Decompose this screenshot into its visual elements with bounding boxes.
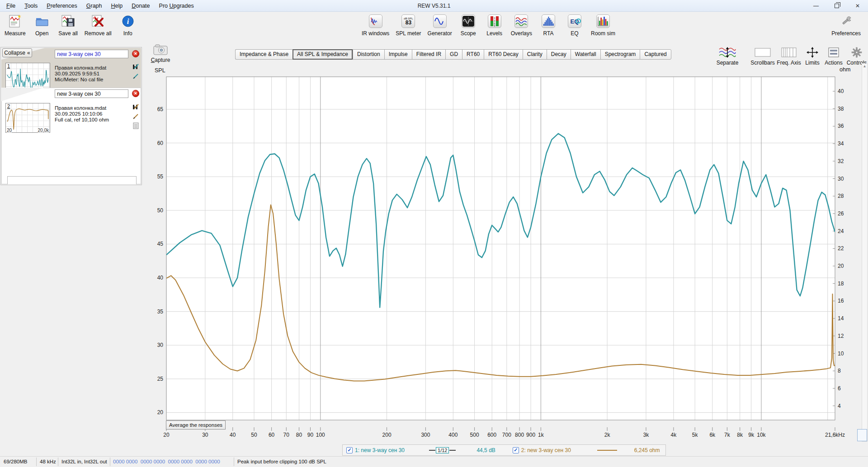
menu-preferences[interactable]: Preferences <box>42 0 81 12</box>
cursor-value-ohm: 6,245 ohm <box>634 447 660 453</box>
tab-clarity[interactable]: Clarity <box>523 49 547 60</box>
measurement-file-1: Правая колонка.mdat <box>55 65 106 71</box>
average-responses-button[interactable]: Average the responses <box>166 420 226 430</box>
notes-page-icon[interactable] <box>132 122 139 129</box>
spl-meter-button[interactable]: dB SPL83SPL meter <box>396 14 421 37</box>
restore-button[interactable] <box>826 0 847 12</box>
buffer-status: 0000 0000 0000 0000 0000 0000 0000 0000 <box>113 457 220 467</box>
menu-donate[interactable]: Donate <box>127 0 154 12</box>
measurement-notes-box[interactable] <box>7 176 137 211</box>
collapse-panel-button[interactable]: Collapse « <box>2 48 32 57</box>
controls-icon <box>851 47 862 58</box>
actions-icon <box>828 47 839 58</box>
measurements-panel: ✕ 1 20 20,0k Правая колонка.mdat 30.09.2… <box>0 47 143 443</box>
measure-button[interactable]: ✶Measure <box>5 14 26 37</box>
separate-icon <box>718 47 736 58</box>
measure-icon: ✶ <box>8 14 22 28</box>
edit-notes-icon[interactable] <box>132 113 139 120</box>
separate-button[interactable]: Separate <box>710 47 745 66</box>
ir-windows-button[interactable]: IR windows <box>362 14 389 37</box>
legend-checkbox-2[interactable]: ✓ <box>513 447 519 453</box>
measurement-cal-2: Full cal, ref 10,100 ohm <box>55 117 109 123</box>
tab-all-spl-impedance[interactable]: All SPL & Impedance <box>292 49 353 60</box>
tab-impedance-phase[interactable]: Impedance & Phase <box>235 49 292 60</box>
minimize-button[interactable]: ― <box>806 0 826 12</box>
svg-text:10: 10 <box>838 350 844 357</box>
menu-tools[interactable]: Tools <box>20 0 42 12</box>
open-icon <box>35 14 49 28</box>
memory-usage: 69/280MB <box>4 457 27 467</box>
spl-impedance-chart[interactable]: 6560555045403530252040383634323028262422… <box>143 41 868 443</box>
legend-checkbox-1[interactable]: ✓ <box>346 447 353 453</box>
save-all-button[interactable]: Save all <box>58 14 78 37</box>
eq-button[interactable]: EQEQ <box>565 14 585 37</box>
tab-rt60[interactable]: RT60 <box>462 49 484 60</box>
delete-measurement-button-1[interactable]: ✕ <box>132 50 139 57</box>
svg-text:24: 24 <box>838 228 844 234</box>
tab-captured[interactable]: Captured <box>640 49 671 60</box>
tab-gd[interactable]: GD <box>445 49 462 60</box>
levels-button[interactable]: 0369Levels <box>485 14 505 37</box>
menu-graph[interactable]: Graph <box>82 0 107 12</box>
camera-icon <box>152 43 169 56</box>
measurement-cal-1: Mic/Meter: No cal file <box>55 77 106 83</box>
close-button[interactable]: ✕ <box>847 0 868 12</box>
measurement-name-input-2[interactable] <box>55 89 128 98</box>
svg-text:30: 30 <box>838 176 844 182</box>
preferences-button[interactable]: Preferences <box>831 14 861 37</box>
menu-help[interactable]: Help <box>107 0 127 12</box>
trace-line-sample <box>597 450 617 451</box>
title-bar: FileToolsPreferencesGraphHelpDonatePro U… <box>0 0 868 12</box>
tab-filtered-ir[interactable]: Filtered IR <box>412 49 445 60</box>
svg-text:700: 700 <box>502 432 511 438</box>
room-sim-button[interactable]: Room sim <box>591 14 615 37</box>
measurement-number-2[interactable]: 2 <box>7 103 10 109</box>
svg-text:30: 30 <box>157 342 164 348</box>
measurement-number-1[interactable]: 1 <box>7 63 10 69</box>
remove-all-icon <box>91 14 105 28</box>
menu-pro-upgrades[interactable]: Pro Upgrades <box>155 0 198 12</box>
generator-button[interactable]: Generator <box>428 14 452 37</box>
smoothing-value[interactable]: 1/12 <box>436 447 449 453</box>
svg-text:32: 32 <box>838 158 844 164</box>
measurement-thumbnail-2[interactable]: 2 20 20,0k <box>5 103 50 133</box>
svg-text:22: 22 <box>838 245 844 252</box>
measurement-name-input-1[interactable] <box>55 50 128 58</box>
info-button[interactable]: iInfo <box>118 14 138 37</box>
svg-text:38: 38 <box>838 106 844 112</box>
svg-text:20: 20 <box>157 409 164 416</box>
measurement-card-2[interactable]: ✕ 2 20 20,0k Правая колонка.mdat 30.09.2… <box>1 88 141 184</box>
svg-text:SPL: SPL <box>155 67 165 74</box>
svg-text:50: 50 <box>157 207 164 214</box>
tab-rt60-decay[interactable]: RT60 Decay <box>484 49 522 60</box>
smoothing-control[interactable]: 1/12 <box>429 447 456 453</box>
status-bar: 69/280MB 48 kHz Int32L in, Int32L out 00… <box>0 456 868 467</box>
trace-options-icon[interactable] <box>132 63 139 70</box>
overlays-button[interactable]: Overlays <box>511 14 532 37</box>
rta-button[interactable]: RTA <box>538 14 558 37</box>
capture-button[interactable]: Capture <box>146 43 175 63</box>
io-format: Int32L in, Int32L out <box>61 457 107 467</box>
tab-waterfall[interactable]: Waterfall <box>571 49 600 60</box>
eq-icon: EQ <box>571 18 579 25</box>
scrollbar-corner-control[interactable] <box>857 429 867 441</box>
scrollbars-icon <box>755 47 771 58</box>
menu-file[interactable]: File <box>2 0 20 12</box>
graph-panel: 6560555045403530252040383634323028262422… <box>143 41 868 443</box>
scroll-up-icon[interactable]: ▲ <box>862 64 867 68</box>
vertical-scrollbar[interactable]: ▲ ▼ <box>862 63 868 442</box>
svg-text:50: 50 <box>251 432 257 438</box>
svg-text:18: 18 <box>838 280 844 287</box>
edit-notes-icon[interactable] <box>132 73 139 79</box>
trace-legend: ✓ 1: new 3-way сен 30 1/12 44,5 dB ✓ 2: … <box>342 444 666 456</box>
remove-all-button[interactable]: Remove all <box>85 14 112 37</box>
trace-options-icon[interactable] <box>132 103 139 110</box>
room-sim-icon <box>596 14 610 28</box>
tab-spectrogram[interactable]: Spectrogram <box>600 49 640 60</box>
tab-impulse[interactable]: Impulse <box>384 49 412 60</box>
open-button[interactable]: Open <box>32 14 52 37</box>
tab-distortion[interactable]: Distortion <box>353 49 384 60</box>
delete-measurement-button-2[interactable]: ✕ <box>132 90 139 97</box>
tab-decay[interactable]: Decay <box>547 49 571 60</box>
scope-button[interactable]: Scope <box>458 14 478 37</box>
